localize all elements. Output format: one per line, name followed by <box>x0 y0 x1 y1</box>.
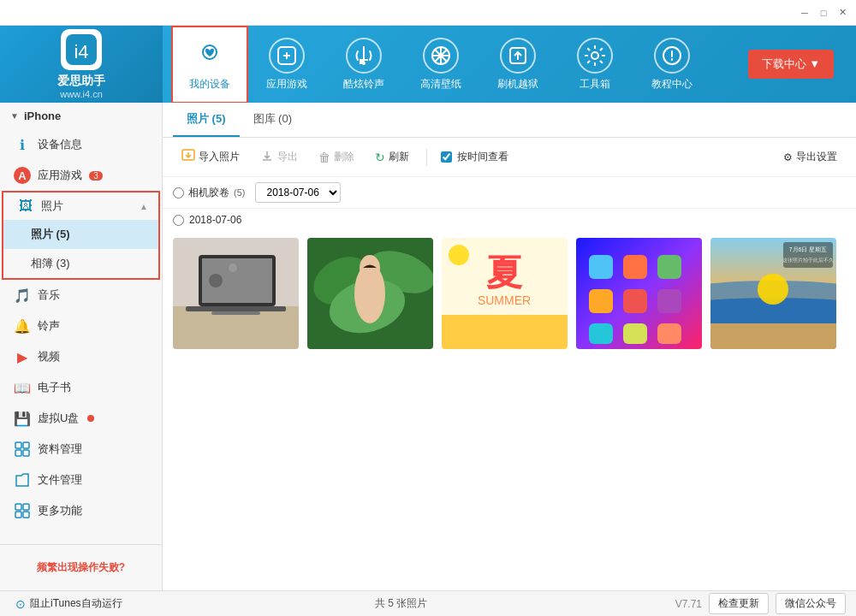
version-label: V7.71 <box>675 598 702 610</box>
svg-rect-12 <box>23 442 29 448</box>
device-info-label: 设备信息 <box>38 137 82 152</box>
footer: ⊙ 阻止iTunes自动运行 共 5 张照片 V7.71 检查更新 微信公众号 <box>0 590 856 616</box>
nav-wallpapers-label: 高清壁纸 <box>420 77 461 92</box>
nav-ringtones[interactable]: 酷炫铃声 <box>325 26 402 103</box>
photo-item-3[interactable]: 夏 SUMMER <box>442 238 568 349</box>
minimize-button[interactable]: ─ <box>798 6 811 20</box>
filter-bar: 相机胶卷 (5) 2018-07-06 <box>163 177 856 209</box>
footer-center: 共 5 张照片 <box>134 596 669 611</box>
device-collapse-arrow: ▼ <box>10 111 19 121</box>
itunes-stop-button[interactable]: ⊙ 阻止iTunes自动运行 <box>10 595 128 613</box>
content-area: 照片 (5) 图库 (0) 导入照片 导出 <box>163 103 856 590</box>
toolbar: 导入照片 导出 🗑 删除 ↻ 刷新 按时间查看 <box>163 138 856 177</box>
tab-photos[interactable]: 照片 (5) <box>173 103 240 137</box>
wallpapers-icon <box>423 38 459 74</box>
nav-jailbreak[interactable]: 刷机越狱 <box>479 26 556 103</box>
export-button[interactable]: 导出 <box>252 145 306 169</box>
sidebar-photos-header[interactable]: 🖼 照片 ▲ <box>3 192 158 220</box>
ebooks-icon: 📖 <box>14 379 31 396</box>
photo-item-5[interactable]: 7月6日 星期五 这张照片拍于此后不久 <box>710 238 836 349</box>
check-update-button[interactable]: 检查更新 <box>709 593 769 614</box>
data-manage-label: 资料管理 <box>38 441 82 457</box>
toolbar-divider <box>426 149 427 166</box>
sidebar-item-app-games[interactable]: A 应用游戏 3 <box>0 160 162 191</box>
videos-label: 视频 <box>38 349 60 364</box>
time-view-check[interactable]: 按时间查看 <box>441 150 508 164</box>
download-center-button[interactable]: 下载中心 ▼ <box>748 50 834 79</box>
photos-expand-icon: ▲ <box>140 202 148 211</box>
nav-tutorials[interactable]: 教程中心 <box>633 26 710 103</box>
date-select[interactable]: 2018-07-06 <box>255 182 341 203</box>
maximize-button[interactable]: □ <box>817 6 830 20</box>
sidebar-item-data-manage[interactable]: 资料管理 <box>0 434 162 465</box>
wechat-button[interactable]: 微信公众号 <box>776 593 846 614</box>
time-view-checkbox[interactable] <box>441 151 452 163</box>
refresh-icon: ↻ <box>375 151 385 164</box>
sidebar-item-music[interactable]: 🎵 音乐 <box>0 280 162 311</box>
import-icon <box>181 149 195 165</box>
sidebar-item-more-features[interactable]: 更多功能 <box>0 495 162 526</box>
main-area: ▼ iPhone ℹ 设备信息 A 应用游戏 3 🖼 照片 ▲ 照片 (5) <box>0 103 856 590</box>
photo-item-4[interactable] <box>576 238 702 349</box>
ringtones-sidebar-label: 铃声 <box>38 318 60 334</box>
svg-text:i4: i4 <box>74 41 88 62</box>
app-games-badge: 3 <box>89 171 103 181</box>
sidebar-item-virtual-udisk[interactable]: 💾 虚拟U盘 <box>0 403 162 434</box>
sidebar-item-videos[interactable]: ▶ 视频 <box>0 341 162 372</box>
export-settings-label: 导出设置 <box>796 150 837 164</box>
header: i4 爱思助手 www.i4.cn 我的设备 应用游戏 <box>0 26 856 103</box>
time-view-label: 按时间查看 <box>457 150 508 164</box>
sidebar-item-ebooks[interactable]: 📖 电子书 <box>0 372 162 403</box>
svg-rect-15 <box>15 504 21 510</box>
sidebar-item-albums-sub[interactable]: 相簿 (3) <box>3 249 158 278</box>
freq-fail-button[interactable]: 频繁出现操作失败? <box>9 554 153 582</box>
sidebar-item-file-manage[interactable]: 文件管理 <box>0 465 162 495</box>
tab-gallery[interactable]: 图库 (0) <box>240 103 306 137</box>
tabs-bar: 照片 (5) 图库 (0) <box>163 103 856 138</box>
camera-roll-option[interactable]: 相机胶卷 (5) <box>173 186 245 200</box>
svg-rect-18 <box>23 512 29 518</box>
logo-name: 爱思助手 <box>57 74 105 89</box>
export-settings-button[interactable]: ⚙ 导出设置 <box>775 145 846 169</box>
virtual-udisk-dot <box>87 415 94 422</box>
footer-right: V7.71 检查更新 微信公众号 <box>675 593 846 614</box>
date-group-radio[interactable] <box>173 215 184 226</box>
refresh-button[interactable]: ↻ 刷新 <box>366 145 418 169</box>
file-manage-label: 文件管理 <box>38 472 82 488</box>
nav-wallpapers[interactable]: 高清壁纸 <box>402 26 479 103</box>
sidebar-item-photos-sub[interactable]: 照片 (5) <box>3 220 158 249</box>
itunes-stop-label: 阻止iTunes自动运行 <box>30 596 122 611</box>
sidebar-item-ringtones[interactable]: 🔔 铃声 <box>0 311 162 341</box>
nav-jailbreak-label: 刷机越狱 <box>497 77 538 92</box>
refresh-label: 刷新 <box>389 150 409 164</box>
photo-item-2[interactable] <box>307 238 433 349</box>
toolbar-right: ⚙ 导出设置 <box>775 145 846 169</box>
nav-my-device[interactable]: 我的设备 <box>171 26 248 103</box>
photos-sub-label: 照片 (5) <box>31 227 70 242</box>
nav-app-games[interactable]: 应用游戏 <box>248 26 325 103</box>
device-info-icon: ℹ <box>14 136 31 153</box>
import-photos-button[interactable]: 导入照片 <box>173 145 248 169</box>
app-games-sidebar-icon: A <box>14 167 31 184</box>
date-group-header: 2018-07-06 <box>163 209 856 231</box>
sidebar-item-device-info[interactable]: ℹ 设备信息 <box>0 129 162 160</box>
photos-group-label: 照片 <box>41 198 63 214</box>
sidebar-device[interactable]: ▼ iPhone <box>0 103 162 129</box>
camera-roll-radio[interactable] <box>173 187 184 198</box>
close-button[interactable]: ✕ <box>835 6 849 20</box>
photo-grid: 夏 SUMMER <box>163 231 856 590</box>
albums-sub-label: 相簿 (3) <box>31 256 70 271</box>
nav-ringtones-label: 酷炫铃声 <box>343 77 384 92</box>
nav-toolbox-label: 工具箱 <box>580 77 610 92</box>
ringtones-icon <box>346 38 382 74</box>
window-controls: ─ □ ✕ <box>798 6 849 20</box>
svg-point-9 <box>591 52 598 59</box>
nav-toolbox[interactable]: 工具箱 <box>556 26 633 103</box>
svg-rect-17 <box>15 512 21 518</box>
nav-app-games-label: 应用游戏 <box>266 77 307 92</box>
device-label: iPhone <box>24 110 61 122</box>
virtual-udisk-icon: 💾 <box>14 410 31 427</box>
delete-button[interactable]: 🗑 删除 <box>310 145 363 169</box>
photo-item-1[interactable] <box>173 238 299 349</box>
music-icon: 🎵 <box>14 287 31 304</box>
